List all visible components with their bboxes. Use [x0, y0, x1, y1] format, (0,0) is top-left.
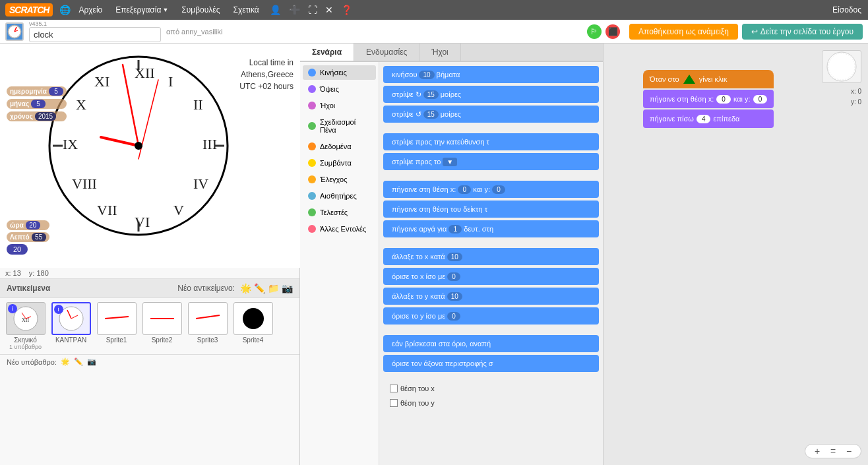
cat-dot-sxediasmoi — [308, 122, 316, 130]
tab-scenarios[interactable]: Σενάρια — [300, 44, 354, 61]
coord-display: x: 13 y: 180 — [0, 268, 299, 279]
block-glide[interactable]: πήγαινε αργά για 1 δευτ. στη — [383, 220, 599, 237]
new-sprite-icons: 🌟 ✏️ 📁 📷 — [240, 283, 293, 294]
block-go-xy[interactable]: πήγαινε στη θέση x: 0 και y: 0 — [383, 181, 599, 198]
zoom-fit-button[interactable]: = — [826, 446, 840, 456]
check-y-pos[interactable]: θέση του y — [383, 397, 599, 409]
project-author: από anny_vasiliki — [166, 28, 223, 36]
green-flag-button[interactable]: 🏳 — [587, 24, 602, 39]
code-block-goto-xy[interactable]: πήγαινε στη θέση x: 0 και y: 0 — [643, 90, 774, 108]
menu-about[interactable]: Σχετικά — [228, 4, 264, 16]
cat-sxediasmoi[interactable]: Σχεδιασμοί Πένα — [303, 115, 376, 137]
backdrop-library-icon[interactable]: 🌟 — [61, 357, 70, 366]
stage-thumbnail[interactable]: XII i Σκηνικό 1 υπόβαθρο — [4, 302, 47, 350]
block-stripse-left[interactable]: στρίψε ↺ 15 μοίρες — [383, 106, 599, 123]
menu-edit[interactable]: Επεξεργασία ▼ — [110, 4, 173, 16]
topbar: SCRATCH 🌐 Αρχείο Επεξεργασία ▼ Συμβουλές… — [0, 0, 868, 20]
svg-line-35 — [196, 315, 220, 319]
code-stack-main: Όταν στο γίνει κλικ πήγαινε στη θέση x: … — [643, 70, 774, 129]
clock-display: XII I II III IV V VI VII VIII IX X XI — [43, 50, 228, 255]
svg-text:VII: VII — [97, 202, 117, 218]
separator-3 — [383, 240, 599, 245]
svg-text:X: X — [76, 96, 86, 113]
block-change-x[interactable]: άλλαξε το x κατά 10 — [383, 248, 599, 265]
sprite-from-library[interactable]: 🌟 — [240, 283, 251, 294]
signin-button[interactable]: Είσοδος — [832, 5, 861, 15]
tab-sounds[interactable]: Ήχοι — [419, 44, 460, 61]
backdrop-camera-icon[interactable]: 📷 — [87, 357, 96, 366]
code-canvas[interactable]: Όταν στο γίνει κλικ πήγαινε στη θέση x: … — [604, 44, 868, 465]
cat-dot-dedomena — [308, 142, 316, 150]
sprite-upload[interactable]: 📁 — [268, 283, 279, 294]
blocks-list: κινήσου 10 βήματα στρίψε ↻ 15 μοίρες στρ… — [379, 62, 603, 465]
block-stripse-to[interactable]: στρίψε προς το ▼ — [383, 153, 599, 170]
cat-kiniseis[interactable]: Κινήσεις — [303, 65, 376, 80]
time-display: Local time in Athens,Greece UTC +02 hour… — [239, 57, 294, 92]
menu-tips[interactable]: Συμβουλές — [176, 4, 225, 16]
cat-telestes[interactable]: Τελεστές — [303, 205, 376, 220]
sprites-grid: XII i Σκηνικό 1 υπόβαθρο — [0, 298, 299, 354]
code-block-hat[interactable]: Όταν στο γίνει κλικ — [643, 70, 774, 88]
cat-ixoi[interactable]: Ήχοι — [303, 98, 376, 113]
project-name-input[interactable] — [29, 27, 161, 42]
cat-elegxos[interactable]: Έλεγχος — [303, 172, 376, 187]
block-go-to[interactable]: πήγαινε στη θέση του δείκτη τ — [383, 201, 599, 218]
check-x-pos[interactable]: θέση του x — [383, 383, 599, 394]
stop-button[interactable]: ⬛ — [605, 24, 620, 39]
projectbar: v435.1 από anny_vasiliki 🏳 ⬛ Αποθήκευση … — [0, 20, 868, 44]
sprite-3[interactable]: Sprite3 — [186, 302, 229, 344]
expand-icon[interactable]: ⛶ — [305, 3, 320, 16]
cat-dedomena[interactable]: Δεδομένα — [303, 139, 376, 154]
stage-area: XII I II III IV V VI VII VIII IX X XI — [0, 44, 300, 465]
svg-text:IX: IX — [63, 136, 78, 152]
person-add-icon[interactable]: 👤 — [267, 3, 284, 16]
svg-marker-37 — [683, 75, 695, 84]
svg-text:VI: VI — [135, 214, 150, 230]
sprites-section: Αντικείμενα Νέο αντικείμενο: 🌟 ✏️ 📁 📷 — [0, 279, 299, 465]
stage-info-icon[interactable]: i — [8, 304, 17, 313]
sprite-1[interactable]: Sprite1 — [95, 302, 138, 344]
minimap — [822, 50, 861, 83]
sprite-1-thumb — [97, 302, 137, 335]
svg-text:IV: IV — [193, 175, 208, 192]
cat-aisthitires[interactable]: Αισθητήρες — [303, 189, 376, 203]
menu-archive[interactable]: Αρχείο — [73, 4, 108, 16]
scratch-logo[interactable]: SCRATCH — [5, 3, 53, 16]
block-set-x[interactable]: όρισε το x ίσο με 0 — [383, 268, 599, 285]
block-stripse-right[interactable]: στρίψε ↻ 15 μοίρες — [383, 86, 599, 103]
svg-text:II: II — [193, 96, 203, 113]
code-block-goto-back[interactable]: πήγαινε πίσω 4 επίπεδα — [643, 109, 774, 128]
tab-costumes[interactable]: Ενδυμασίες — [354, 44, 419, 61]
sprites-header: Αντικείμενα Νέο αντικείμενο: 🌟 ✏️ 📁 📷 — [0, 279, 299, 298]
block-bounce[interactable]: εάν βρίσκεσαι στα όριο, αναπή — [383, 335, 599, 352]
stage-canvas: XII I II III IV V VI VII VIII IX X XI — [0, 44, 300, 268]
cat-symbanta[interactable]: Συμβάντα — [303, 156, 376, 170]
sprite-kantran[interactable]: i ΚΑΝΤΡAN — [49, 302, 92, 344]
see-project-button[interactable]: ↩ Δείτε την σελίδα του έργου — [742, 24, 863, 40]
sprite-2[interactable]: Sprite2 — [140, 302, 183, 344]
sprite-4[interactable]: Sprite4 — [232, 302, 274, 344]
svg-text:VIII: VIII — [72, 175, 97, 192]
backdrop-paint-icon[interactable]: ✏️ — [74, 357, 83, 366]
sprite-paint[interactable]: ✏️ — [254, 283, 265, 294]
zoom-in-button[interactable]: + — [811, 446, 824, 456]
block-change-y[interactable]: άλλαξε το y κατά 10 — [383, 288, 599, 305]
block-rotation-style[interactable]: όρισε τον άξονα περιστροφής σ — [383, 355, 599, 372]
add-icon[interactable]: ➕ — [286, 3, 303, 16]
block-kinisou[interactable]: κινήσου 10 βήματα — [383, 66, 599, 83]
checkbox-y[interactable] — [390, 399, 398, 407]
help-icon[interactable]: ❓ — [338, 3, 355, 16]
close-icon[interactable]: ✕ — [323, 3, 336, 16]
sprite-camera[interactable]: 📷 — [282, 283, 293, 294]
kantran-info-icon[interactable]: i — [54, 305, 63, 314]
cat-alles[interactable]: Άλλες Εντολές — [303, 222, 376, 236]
blocks-panel: Σενάρια Ενδυμασίες Ήχοι Κινήσεις Όψεις Ή… — [300, 44, 604, 465]
save-button[interactable]: Αποθήκευση ως ανάμειξη — [629, 24, 738, 40]
checkbox-x[interactable] — [390, 385, 398, 392]
block-stripse-direction[interactable]: στρίψε προς την κατεύθυνση τ — [383, 133, 599, 150]
sprite-2-thumb — [142, 302, 182, 335]
cat-dot-alles — [308, 225, 316, 233]
block-set-y[interactable]: όρισε το y ίσο με 0 — [383, 307, 599, 325]
cat-opseis[interactable]: Όψεις — [303, 82, 376, 96]
zoom-out-button[interactable]: − — [842, 446, 855, 456]
